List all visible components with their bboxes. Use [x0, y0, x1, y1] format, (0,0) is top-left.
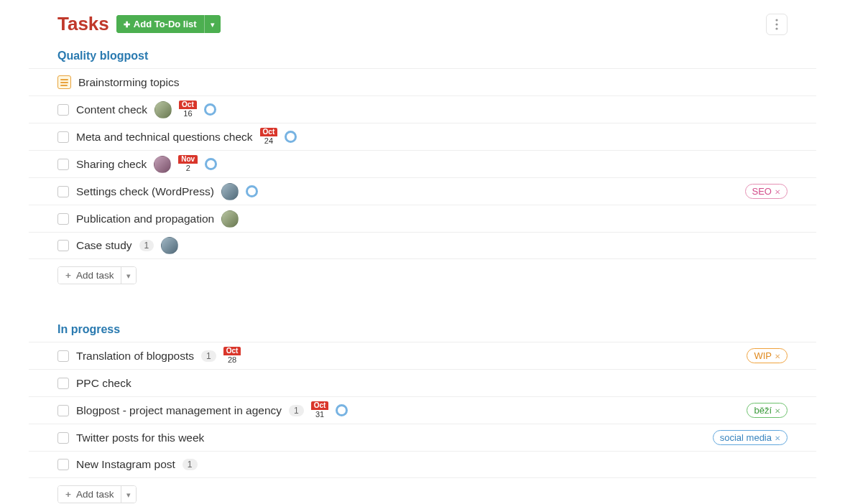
task-name[interactable]: Sharing check — [76, 158, 147, 171]
due-date-day: 24 — [262, 136, 276, 146]
add-task-dropdown[interactable] — [121, 267, 136, 284]
task-checkbox[interactable] — [57, 432, 69, 444]
task-tag[interactable]: WIP — [747, 348, 788, 363]
task-row[interactable]: Settings check (WordPress)SEO — [29, 177, 816, 205]
assignee-avatar[interactable] — [154, 101, 172, 118]
task-name[interactable]: Publication and propagation — [76, 213, 214, 225]
add-list-dropdown[interactable] — [204, 15, 221, 33]
kebab-icon — [775, 19, 778, 30]
task-tag[interactable]: social media — [713, 430, 788, 445]
tag-remove-icon[interactable] — [775, 405, 780, 416]
task-checkbox[interactable] — [57, 240, 69, 251]
progress-ring-icon — [205, 158, 217, 170]
add-task-label: Add task — [76, 270, 114, 281]
due-date-day: 2 — [183, 164, 193, 173]
task-name[interactable]: Translation of blogposts — [76, 350, 194, 363]
due-date-chip[interactable]: Oct16 — [179, 101, 197, 118]
section-title[interactable]: In progress — [29, 314, 816, 342]
task-row[interactable]: Meta and technical questions checkOct24 — [29, 123, 816, 150]
assignee-avatar[interactable] — [154, 156, 171, 173]
task-list: Brainstorming topicsContent checkOct16Me… — [29, 68, 816, 259]
due-date-month: Oct — [260, 128, 278, 136]
task-name[interactable]: Case study — [76, 239, 132, 252]
page-title: Tasks — [57, 13, 109, 35]
svg-point-2 — [775, 27, 777, 29]
task-name[interactable]: Meta and technical questions check — [76, 131, 253, 144]
add-list-label: Add To-Do list — [134, 19, 197, 29]
task-checkbox[interactable] — [57, 213, 69, 225]
tag-label: social media — [720, 432, 772, 443]
more-options-button[interactable] — [766, 14, 788, 35]
due-date-chip[interactable]: Oct31 — [311, 401, 329, 419]
progress-ring-icon — [246, 185, 258, 197]
task-checkbox[interactable] — [57, 159, 69, 170]
add-task-button-group: +Add task — [57, 266, 137, 284]
task-row[interactable]: Brainstorming topics — [29, 68, 816, 95]
chevron-down-icon — [126, 270, 131, 281]
task-row[interactable]: Twitter posts for this weeksocial media — [29, 424, 816, 451]
progress-ring-icon — [285, 131, 297, 143]
chevron-down-icon — [211, 19, 215, 29]
task-name[interactable]: Blogpost - project management in agency — [76, 404, 282, 417]
task-row[interactable]: Publication and propagation — [29, 205, 816, 232]
due-date-chip[interactable]: Oct28 — [223, 347, 241, 365]
task-row[interactable]: New Instagram post1 — [29, 451, 816, 478]
task-row[interactable]: Content checkOct16 — [29, 95, 816, 123]
task-tag[interactable]: SEO — [745, 184, 788, 199]
task-row[interactable]: Sharing checkNov2 — [29, 150, 816, 177]
plus-icon — [124, 19, 130, 29]
due-date-day: 31 — [313, 410, 327, 419]
task-row[interactable]: Blogpost - project management in agency1… — [29, 396, 816, 424]
due-date-chip[interactable]: Nov2 — [178, 155, 198, 173]
add-task-button[interactable]: +Add task — [58, 486, 121, 503]
plus-icon: + — [65, 270, 71, 281]
tag-remove-icon[interactable] — [775, 350, 780, 361]
page-header: Tasks Add To-Do list — [29, 7, 816, 41]
task-name[interactable]: PPC check — [76, 377, 131, 390]
subtask-count-badge: 1 — [289, 405, 304, 416]
task-row[interactable]: Translation of blogposts1Oct28WIP — [29, 342, 816, 369]
add-task-row: +Add task — [29, 478, 816, 504]
notes-icon — [57, 75, 71, 89]
tag-remove-icon[interactable] — [775, 186, 780, 197]
add-task-button[interactable]: +Add task — [58, 267, 121, 284]
task-name[interactable]: Content check — [76, 103, 147, 116]
subtask-count-badge: 1 — [139, 240, 154, 251]
task-tag[interactable]: běží — [747, 403, 788, 418]
subtask-count-badge: 1 — [201, 350, 216, 362]
due-date-day: 16 — [180, 109, 195, 118]
plus-icon: + — [65, 489, 71, 500]
tag-remove-icon[interactable] — [775, 432, 780, 443]
svg-point-1 — [775, 23, 777, 25]
assignee-avatar[interactable] — [161, 237, 178, 254]
tag-label: WIP — [754, 350, 772, 361]
task-name[interactable]: Twitter posts for this week — [76, 431, 204, 444]
task-row[interactable]: Case study1 — [29, 232, 816, 259]
add-task-button-group: +Add task — [57, 485, 137, 503]
due-date-day: 28 — [225, 355, 239, 365]
due-date-month: Oct — [179, 101, 197, 109]
task-name[interactable]: Settings check (WordPress) — [76, 185, 214, 198]
task-checkbox[interactable] — [57, 378, 69, 389]
task-checkbox[interactable] — [57, 459, 69, 470]
header-left: Tasks Add To-Do list — [57, 13, 221, 35]
task-row[interactable]: PPC check — [29, 369, 816, 396]
subtask-count-badge: 1 — [183, 459, 198, 470]
assignee-avatar[interactable] — [221, 210, 239, 228]
add-task-dropdown[interactable] — [121, 486, 136, 503]
task-checkbox[interactable] — [57, 104, 69, 116]
task-checkbox[interactable] — [57, 131, 69, 143]
add-list-button[interactable]: Add To-Do list — [116, 15, 204, 33]
task-name[interactable]: New Instagram post — [76, 458, 175, 471]
chevron-down-icon — [126, 489, 131, 500]
due-date-month: Oct — [311, 401, 329, 410]
add-list-button-group: Add To-Do list — [116, 15, 221, 33]
task-checkbox[interactable] — [57, 405, 69, 416]
task-checkbox[interactable] — [57, 186, 69, 197]
task-checkbox[interactable] — [57, 350, 69, 362]
due-date-chip[interactable]: Oct24 — [260, 128, 278, 146]
assignee-avatar[interactable] — [221, 183, 239, 200]
section-title[interactable]: Quality blogpost — [29, 41, 816, 68]
add-task-label: Add task — [76, 489, 114, 500]
task-name[interactable]: Brainstorming topics — [78, 76, 179, 89]
